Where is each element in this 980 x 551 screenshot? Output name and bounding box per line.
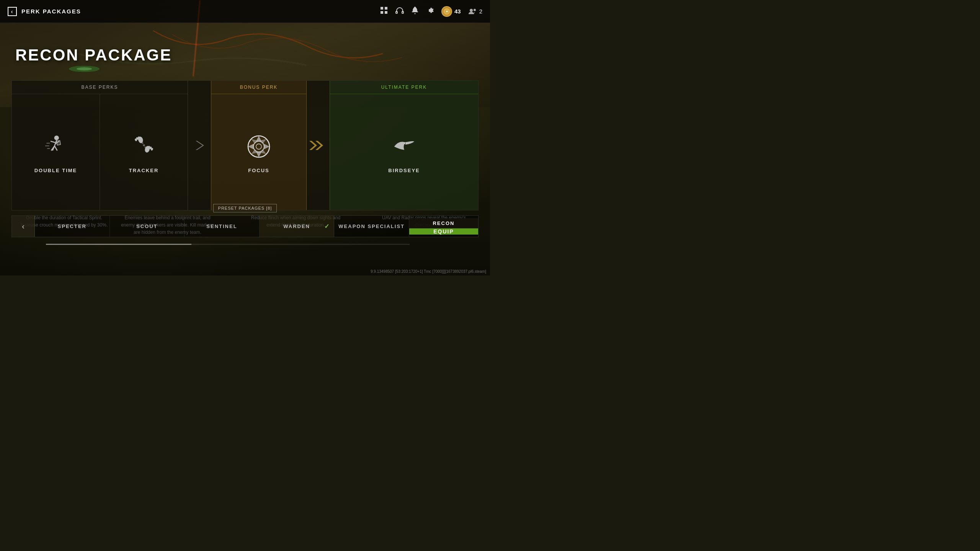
double-time-perk-card[interactable]: DOUBLE TIME: [12, 94, 100, 210]
equip-button[interactable]: EQUIP: [409, 228, 478, 235]
focus-icon-container: [243, 131, 274, 162]
tracker-name: TRACKER: [129, 168, 159, 173]
currency-value: 43: [454, 8, 461, 15]
tracker-icon-container: [129, 131, 159, 162]
perks-inner: BASE PERKS: [12, 81, 478, 210]
svg-rect-3: [381, 7, 383, 10]
players-badge: 2: [469, 8, 482, 15]
preset-packages-list: ‹ SPECTER SCOUT SENTINEL WARDEN ✓ WEAPON…: [11, 215, 479, 237]
base-perks-section: BASE PERKS: [12, 81, 188, 210]
specter-label: SPECTER: [58, 223, 87, 229]
horizontal-scrollbar[interactable]: [46, 244, 410, 245]
double-time-name: DOUBLE TIME: [34, 168, 77, 173]
currency-badge: ✦ 43: [441, 6, 461, 17]
birdseye-perk-card[interactable]: BIRDSEYE: [330, 94, 478, 210]
svg-point-24: [144, 146, 146, 148]
players-count: 2: [479, 8, 482, 15]
preset-item-scout[interactable]: SCOUT: [110, 216, 185, 237]
selected-package-name: RECON: [409, 218, 478, 228]
preset-item-weapon-specialist[interactable]: WEAPON SPECIALIST: [334, 216, 409, 237]
back-arrow-icon[interactable]: ‹: [8, 7, 17, 16]
weapon-specialist-label: WEAPON SPECIALIST: [338, 223, 405, 229]
main-content: RECON PACKAGE BASE PERKS: [0, 23, 490, 276]
preset-item-warden[interactable]: WARDEN ✓: [260, 216, 335, 237]
birdseye-icon: [391, 133, 418, 160]
headphones-icon[interactable]: [395, 7, 404, 16]
svg-rect-7: [396, 11, 397, 13]
grid-icon[interactable]: [380, 7, 388, 16]
preset-prev-button[interactable]: ‹: [12, 216, 35, 237]
base-perks-label: BASE PERKS: [12, 81, 188, 94]
bonus-perk-section: BONUS PERK: [211, 81, 307, 210]
svg-rect-5: [381, 11, 383, 14]
top-bar-right: ✦ 43 2: [380, 6, 482, 17]
svg-point-23: [142, 142, 143, 144]
ultimate-perk-label: ULTIMATE PERK: [330, 81, 478, 94]
svg-rect-8: [402, 11, 403, 13]
scroll-thumb: [46, 244, 191, 245]
bonus-perk-label: BONUS PERK: [211, 81, 306, 94]
svg-rect-4: [385, 7, 387, 10]
warden-check: ✓: [324, 223, 330, 230]
tracker-perk-card[interactable]: TRACKER: [100, 94, 188, 210]
svg-point-12: [474, 9, 476, 11]
top-navigation-bar: ‹ PERK PACKAGES: [0, 0, 490, 23]
base-to-bonus-arrow: [188, 81, 211, 210]
preset-item-sentinel[interactable]: SENTINEL: [185, 216, 260, 237]
svg-point-11: [470, 9, 473, 12]
bell-icon[interactable]: [412, 7, 418, 16]
birdseye-name: BIRDSEYE: [388, 168, 420, 173]
package-title: RECON PACKAGE: [15, 46, 172, 64]
equip-btn-container: RECON EQUIP: [409, 218, 478, 235]
sentinel-label: SENTINEL: [206, 223, 237, 229]
perks-panel: BASE PERKS: [11, 80, 479, 210]
ultimate-perk-section: ULTIMATE PERK: [330, 81, 478, 210]
preset-label-container: PRESET PACKAGES [8]: [11, 204, 479, 212]
page-title: PERK PACKAGES: [21, 8, 81, 15]
version-text: 9.9.13498507 [53:203:1720+1] Tmc [7000][…: [371, 269, 486, 274]
preset-packages-bar: PRESET PACKAGES [8] ‹ SPECTER SCOUT SENT…: [11, 204, 479, 237]
preset-item-specter[interactable]: SPECTER: [35, 216, 110, 237]
bonus-to-ultimate-arrow: [307, 81, 330, 210]
svg-text:✦: ✦: [445, 10, 448, 13]
focus-name: FOCUS: [248, 168, 270, 173]
back-button[interactable]: ‹ PERK PACKAGES: [8, 7, 81, 16]
tracker-icon: [131, 133, 157, 160]
focus-icon: [245, 133, 272, 160]
preset-packages-label: PRESET PACKAGES [8]: [213, 204, 277, 212]
currency-icon: ✦: [441, 6, 452, 17]
double-time-icon: [42, 133, 69, 160]
birdseye-icon-container: [389, 131, 420, 162]
svg-point-13: [54, 135, 59, 140]
svg-point-29: [405, 142, 406, 143]
scout-label: SCOUT: [136, 223, 158, 229]
base-perks-cards: DOUBLE TIME: [12, 94, 188, 210]
settings-icon[interactable]: [426, 7, 434, 16]
svg-rect-6: [385, 11, 387, 14]
focus-perk-card[interactable]: FOCUS: [211, 94, 306, 210]
double-time-icon-container: [41, 131, 71, 162]
warden-label: WARDEN: [283, 223, 310, 229]
svg-point-22: [143, 144, 145, 146]
